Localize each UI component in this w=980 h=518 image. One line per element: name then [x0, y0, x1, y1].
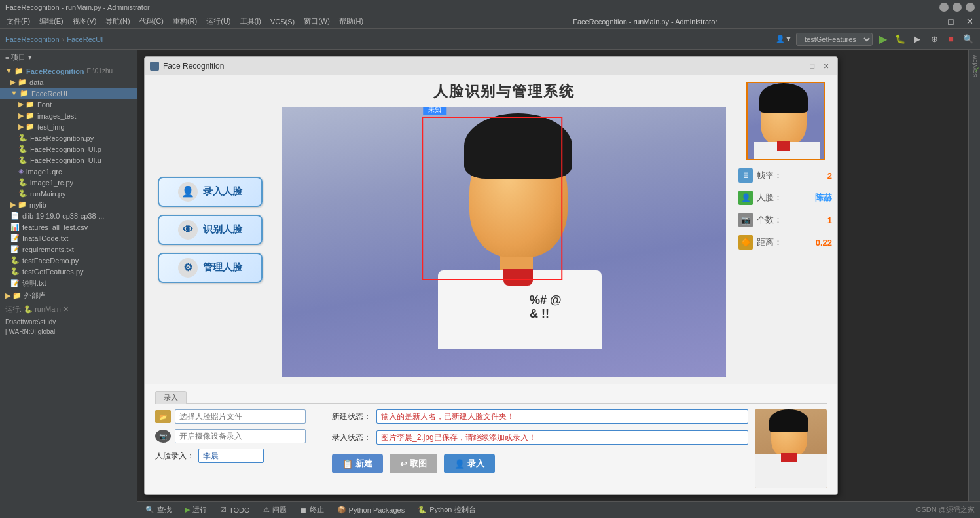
menu-vcs[interactable]: VCS(S): [266, 16, 299, 27]
tree-item-image1-rc-py[interactable]: 🐍 image1_rc.py: [0, 177, 137, 188]
dialog-restore-btn[interactable]: ◻: [809, 62, 815, 70]
ide-sidebar: ≡ 项目 ▾ ▼ 📁 FaceRecognition E:\01zhu ▶ 📁 …: [0, 50, 137, 518]
tree-item-testgetfeatures-py[interactable]: 🐍 testGetFeatures.py: [0, 266, 137, 277]
folder-icon-mylib: ▶ 📁: [10, 200, 27, 209]
run-toolbar-btn[interactable]: ▶ 运行: [182, 504, 209, 516]
menu-view[interactable]: 视图(V): [69, 15, 101, 28]
name-input[interactable]: [198, 449, 264, 463]
action-buttons-row: 📋 新建 ↩ 取图 👤: [332, 454, 748, 473]
enroll-status-label: 录入状态：: [332, 432, 371, 443]
file-select-icon[interactable]: 📂: [155, 410, 171, 423]
coverage-btn[interactable]: ▶: [911, 33, 924, 46]
fps-stat-row: 🖥 帧率： 2: [738, 168, 832, 183]
menu-tools[interactable]: 工具(I): [236, 15, 265, 28]
profile-btn[interactable]: ⊕: [928, 33, 941, 46]
cam-input-row: 📷: [155, 429, 325, 443]
tree-item-testfacedemo-py[interactable]: 🐍 testFaceDemo.py: [0, 255, 137, 266]
console-icon: 🐍: [418, 506, 427, 514]
editor-area: Face Recognition — ◻ × 👤 录入人脸: [137, 50, 968, 501]
run-label-section: 运行: 🐍 runMain ✕: [0, 302, 137, 317]
tree-label-dlib: dlib-19.19.0-cp38-cp38-...: [22, 212, 104, 220]
shirt-text: %# @& !!: [530, 293, 562, 321]
todo-btn[interactable]: ☑ TODO: [217, 504, 253, 515]
menu-file[interactable]: 文件(F): [3, 15, 34, 28]
find-btn[interactable]: 🔍 查找: [143, 504, 174, 516]
new-status-input: [376, 409, 748, 424]
run-btn[interactable]: ▶: [877, 33, 890, 46]
menu-nav[interactable]: 导航(N): [101, 15, 134, 28]
tree-item-font[interactable]: ▶ 📁 Font: [0, 99, 137, 110]
ide-right-panel: Face Recognition — ◻ × 👤 录入人脸: [137, 50, 980, 518]
file-path-input[interactable]: [175, 409, 306, 424]
ide-menubar: 文件(F) 编辑(E) 视图(V) 导航(N) 代码(C) 重构(R) 运行(U…: [0, 14, 980, 29]
tree-item-root[interactable]: ▼ 📁 FaceRecognition E:\01zhu: [0, 65, 137, 77]
menu-code[interactable]: 代码(C): [136, 15, 168, 28]
tree-item-test-img[interactable]: ▶ 📁 test_img: [0, 121, 137, 132]
problems-btn[interactable]: ⚠ 问题: [261, 504, 289, 516]
dialog-minimize-btn[interactable]: —: [797, 62, 804, 70]
bottom-input-area: 📂 📷 人脸录入：: [155, 403, 827, 488]
tree-label-test-img: test_img: [37, 123, 65, 131]
stop-toolbar-btn[interactable]: ⏹ 终止: [297, 504, 327, 516]
new-button[interactable]: 📋 新建: [332, 454, 383, 473]
dialog-bottom: 录入 📂 📷: [145, 384, 837, 494]
maximize-btn[interactable]: [953, 3, 962, 12]
face-label-unknown: 未知: [423, 107, 446, 115]
tree-item-facerecui[interactable]: ▼ 📁 FaceRecUI: [0, 88, 137, 99]
enroll-btn-label: 录入: [467, 458, 484, 470]
py-icon-facerecog-ui-u: 🐍: [18, 156, 27, 164]
python-packages-btn[interactable]: 📦 Python Packages: [335, 504, 408, 515]
dialog-close-btn[interactable]: ×: [820, 60, 832, 72]
menu-run[interactable]: 运行(U): [202, 15, 234, 28]
tree-item-features-csv[interactable]: 📊 features_all_test.csv: [0, 221, 137, 232]
detect-face-button[interactable]: 👁 识别人脸: [158, 215, 263, 245]
bottom-center: 新建状态： 录入状态： 📋: [332, 409, 748, 488]
tree-item-external[interactable]: ▶ 📁 外部库: [0, 289, 137, 302]
cam-input[interactable]: [175, 429, 306, 443]
enroll-button[interactable]: 👤 录入: [444, 454, 495, 473]
tree-item-shuoming-txt[interactable]: 📝 说明.txt: [0, 277, 137, 289]
tree-item-dlib[interactable]: 📄 dlib-19.19.0-cp38-cp38-...: [0, 210, 137, 221]
tree-label-external: 外部库: [24, 291, 46, 301]
python-console-btn[interactable]: 🐍 Python 控制台: [415, 504, 478, 516]
win-close[interactable]: ✕: [962, 15, 977, 28]
tree-item-images-test[interactable]: ▶ 📁 images_test: [0, 110, 137, 121]
find-icon: 🔍: [145, 506, 154, 514]
tree-item-image1-qrc[interactable]: ◈ image1.qrc: [0, 166, 137, 177]
tree-item-facerecog-ui-u[interactable]: 🐍 FaceRecognition_UI.u: [0, 155, 137, 166]
menu-edit[interactable]: 编辑(E): [35, 15, 67, 28]
problems-icon: ⚠: [263, 506, 270, 514]
run-config-select[interactable]: testGetFeatures: [796, 33, 873, 46]
cancel-button[interactable]: ↩ 取图: [390, 454, 437, 473]
debug-btn[interactable]: 🐛: [894, 33, 907, 46]
tree-item-facerecog-py[interactable]: 🐍 FaceRecognition.py: [0, 132, 137, 143]
tree-label-shuoming-txt: 说明.txt: [22, 278, 46, 288]
menu-help[interactable]: 帮助(H): [335, 15, 367, 28]
tree-item-runmain-py[interactable]: 🐍 runMain.py: [0, 188, 137, 199]
face-stat-value: 陈赫: [815, 192, 832, 204]
enroll-status-input: [376, 430, 748, 445]
dialog-bottom-tab[interactable]: 录入: [155, 391, 187, 404]
close-btn[interactable]: [966, 3, 975, 12]
win-minimize[interactable]: —: [923, 15, 939, 28]
win-restore[interactable]: ◻: [943, 15, 958, 28]
dialog-app-icon: [150, 62, 159, 71]
tree-item-data[interactable]: ▶ 📁 data: [0, 77, 137, 88]
tree-item-inatall-txt[interactable]: 📝 InatallCode.txt: [0, 232, 137, 244]
tree-label-runmain-py: runMain.py: [30, 190, 65, 198]
tree-item-mylib[interactable]: ▶ 📁 mylib: [0, 199, 137, 210]
enroll-face-button[interactable]: 👤 录入人脸: [158, 177, 263, 207]
minimize-btn[interactable]: [939, 3, 949, 12]
tree-label-req-txt: requirements.txt: [22, 246, 74, 253]
tree-item-facerecog-ui-p[interactable]: 🐍 FaceRecognition_UI.p: [0, 143, 137, 155]
dialog-center-panel: 人脸识别与管理系统: [276, 75, 733, 384]
tree-item-req-txt[interactable]: 📝 requirements.txt: [0, 244, 137, 255]
menu-refactor[interactable]: 重构(R): [169, 15, 201, 28]
stop-btn[interactable]: ■: [945, 33, 958, 46]
search-btn[interactable]: 🔍: [962, 33, 975, 46]
bottom-thumb-hair: [769, 409, 808, 432]
menu-window[interactable]: 窗口(W): [300, 15, 334, 28]
manage-face-button[interactable]: ⚙ 管理人脸: [158, 253, 263, 283]
breadcrumb-project[interactable]: FaceRecognition: [5, 35, 60, 43]
breadcrumb-folder[interactable]: FaceRecUI: [67, 35, 103, 43]
